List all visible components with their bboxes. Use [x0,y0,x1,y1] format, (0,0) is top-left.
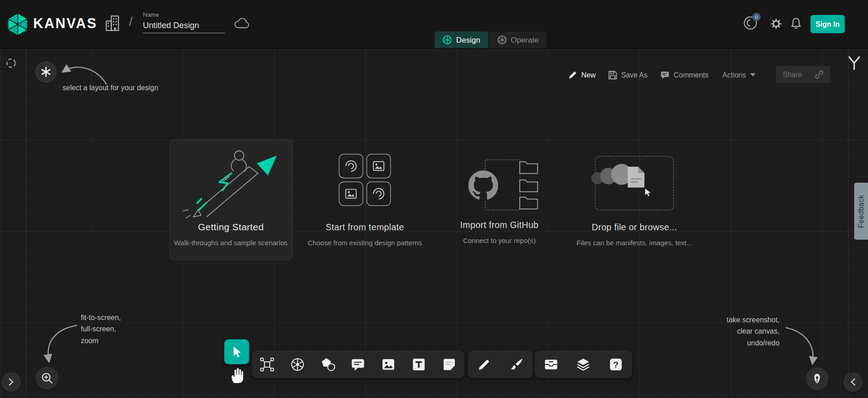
tab-design-label: Design [456,35,480,44]
new-button[interactable]: New [568,68,595,81]
meshery-spinner-icon [5,58,16,71]
save-icon [608,70,617,79]
design-canvas[interactable]: select a layout for your design New Save… [0,49,868,398]
card-subtitle: Files can be manifests, images, text... [574,239,696,247]
help-tool[interactable]: ? [606,354,626,374]
template-tile [339,182,363,206]
layout-hint-text: select a layout for your design [63,82,179,94]
settings-gear-icon[interactable] [770,17,783,33]
app-window: KANVAS / Name [0,0,868,398]
hint-line: full-screen, [81,323,121,335]
share-label: Share [783,70,802,78]
select-tool-button[interactable] [224,340,249,364]
link-icon [814,70,824,79]
card-subtitle: Choose from existing design patterns [304,239,426,247]
card-title: Drop file or browse... [574,223,696,233]
sign-in-button[interactable]: Sign In [810,15,845,33]
brush-icon [509,357,524,372]
canvas-left-edge [26,49,26,398]
kanvas-wordmark: KANVAS [33,15,97,31]
magnifier-plus-icon [41,372,53,384]
template-icon-grid [304,154,426,206]
spiral-icon [343,158,359,174]
collapse-panel-button[interactable] [844,373,863,392]
pen-nib-icon [811,373,823,385]
getting-started-illustration [174,145,288,220]
drawer-icon [544,357,559,372]
breadcrumb-separator: / [129,15,132,29]
save-as-label: Save As [621,71,648,79]
asterisk-icon [40,67,51,78]
card-title: Import from GitHub [439,220,561,230]
design-name-group: Name [143,11,225,33]
actions-dropdown[interactable]: Actions [722,68,756,81]
share-button[interactable]: Share [776,66,830,83]
card-subtitle: Walk-throughs and sample scenarios [174,239,288,247]
media-tool[interactable] [379,354,399,374]
pan-tool-button[interactable] [228,365,246,385]
bottom-left-hint-arrow [41,322,79,365]
comments-button[interactable]: Comments [660,68,708,81]
notes-tool[interactable] [439,354,459,374]
zoom-button[interactable] [36,367,58,389]
credits-badge: 0 [752,13,761,21]
mode-tabs: Design Operate [434,32,546,49]
brush-tool[interactable] [507,354,527,374]
hint-line: fit-to-screen, [81,311,121,323]
comments-label: Comments [674,71,709,79]
tab-design[interactable]: Design [434,32,488,49]
credits-indicator[interactable]: 0 [743,15,760,32]
template-tile [366,182,391,206]
image-icon [371,158,386,174]
bottom-right-hint-arrow [782,325,820,368]
getting-started-card[interactable]: Getting Started Walk-throughs and sample… [170,140,293,260]
media-image-icon [381,357,396,372]
feedback-tab[interactable]: Feedback [854,183,868,240]
hint-line: undo/redo [701,337,779,349]
tab-operate[interactable]: Operate [489,32,546,49]
layers-tool[interactable] [574,354,594,374]
comment-icon [660,70,670,79]
hint-line: zoom [81,335,121,347]
pen-tool[interactable] [474,354,494,374]
design-name-input[interactable] [143,19,225,34]
start-from-template-card[interactable]: Start from template Choose from existing… [304,154,426,247]
tab-operate-label: Operate [511,35,539,44]
shapes-tool[interactable] [318,354,338,374]
card-title: Start from template [304,223,426,233]
save-as-button[interactable]: Save As [608,68,648,81]
help-icon: ? [609,357,624,372]
chevron-down-icon [750,73,756,76]
text-icon [411,357,426,372]
component-tool[interactable] [257,354,277,374]
hint-line: clear canvas, [701,325,779,337]
cursor-icon [230,345,243,358]
actions-label: Actions [722,71,746,79]
file-icon [627,165,646,189]
file-dropzone[interactable] [595,156,673,210]
operate-tab-icon [497,35,507,45]
chevron-left-icon [848,378,858,387]
organization-icon[interactable] [105,15,120,32]
layer5-y-logo [847,55,862,71]
comment-tool[interactable] [348,354,368,374]
helm-wheel-icon [290,357,305,372]
kubernetes-tool[interactable] [288,354,307,374]
expand-panel-button[interactable] [2,373,21,392]
notifications-bell-icon[interactable] [790,17,802,33]
import-from-github-card[interactable]: Import from GitHub Connect to your repo(… [439,154,561,244]
sticky-note-icon [442,357,457,372]
drop-file-card[interactable]: Drop file or browse... Files can be mani… [574,154,696,247]
chevron-right-icon [7,378,16,387]
design-tab-icon [442,35,452,45]
layout-picker-button[interactable] [35,62,56,83]
drop-cursor-icon [644,188,653,197]
pen-mode-button[interactable] [806,368,828,390]
kanvas-logo-icon[interactable] [5,12,30,37]
pencil-icon [568,70,577,79]
card-subtitle: Connect to your repo(s) [439,237,561,245]
drawer-tool[interactable] [541,354,561,374]
text-tool[interactable] [409,354,429,374]
folder-icon [518,195,539,210]
cloud-sync-icon[interactable] [234,17,250,29]
